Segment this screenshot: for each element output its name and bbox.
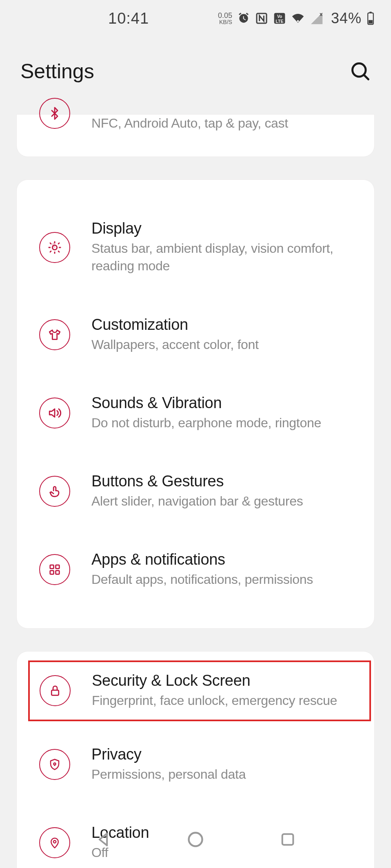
svg-text:Vo: Vo — [277, 14, 282, 19]
status-time: 10:41 — [108, 10, 149, 27]
nav-recents-button[interactable] — [275, 827, 300, 852]
svg-point-25 — [54, 763, 56, 765]
svg-rect-21 — [56, 565, 60, 569]
bluetooth-icon — [39, 98, 70, 129]
square-recents-icon — [280, 831, 296, 848]
setting-row-customization[interactable]: Customization Wallpapers, accent color, … — [17, 296, 374, 374]
navigation-bar — [0, 819, 391, 860]
battery-icon — [367, 11, 375, 25]
status-data-speed-unit: KB/S — [218, 19, 232, 25]
status-data-speed: 0.05 KB/S — [218, 12, 232, 25]
svg-text:LTE: LTE — [275, 19, 283, 24]
search-button[interactable] — [348, 59, 373, 84]
status-bar: 10:41 0.05 KB/S VoLTE x 34% — [0, 0, 391, 37]
svg-line-15 — [50, 243, 51, 244]
setting-row-buttons[interactable]: Buttons & Gestures Alert slider, navigat… — [17, 452, 374, 530]
setting-sub-sounds: Do not disturb, earphone mode, ringtone — [91, 414, 358, 432]
settings-card-connectivity: NFC, Android Auto, tap & pay, cast — [16, 114, 375, 157]
svg-line-16 — [58, 251, 59, 252]
svg-line-9 — [364, 75, 369, 80]
svg-rect-23 — [56, 571, 60, 574]
setting-row-sounds[interactable]: Sounds & Vibration Do not disturb, earph… — [17, 374, 374, 452]
setting-row-apps[interactable]: Apps & notifications Default apps, notif… — [17, 530, 374, 609]
setting-row-security[interactable]: Security & Lock Screen Fingerprint, face… — [28, 660, 371, 721]
svg-rect-7 — [369, 20, 373, 24]
svg-line-17 — [58, 243, 59, 244]
setting-title-buttons: Buttons & Gestures — [91, 473, 358, 490]
page-title: Settings — [20, 60, 94, 83]
setting-sub-privacy: Permissions, personal data — [91, 766, 358, 783]
settings-card-display-group: Display Status bar, ambient display, vis… — [16, 179, 375, 629]
triangle-back-icon — [94, 830, 112, 848]
search-icon — [350, 61, 371, 82]
touch-icon — [39, 476, 70, 507]
setting-sub-security: Fingerprint, face unlock, emergency resc… — [92, 692, 355, 709]
svg-rect-22 — [50, 571, 54, 574]
lock-icon — [40, 675, 71, 706]
settings-list[interactable]: NFC, Android Auto, tap & pay, cast Displ… — [0, 114, 391, 868]
speaker-icon — [39, 398, 70, 428]
setting-sub-display: Status bar, ambient display, vision comf… — [91, 240, 358, 275]
nfc-icon — [255, 12, 268, 25]
svg-rect-29 — [282, 834, 293, 845]
setting-sub-connectivity: NFC, Android Auto, tap & pay, cast — [91, 115, 358, 132]
svg-rect-24 — [51, 690, 59, 696]
setting-title-security: Security & Lock Screen — [92, 672, 355, 689]
nav-home-button[interactable] — [183, 827, 208, 852]
settings-screen: 10:41 0.05 KB/S VoLTE x 34% — [0, 0, 391, 868]
apps-grid-icon — [39, 554, 70, 585]
svg-rect-20 — [50, 565, 54, 569]
setting-sub-apps: Default apps, notifications, permissions — [91, 571, 358, 588]
setting-title-display: Display — [91, 220, 358, 237]
cellular-icon: x — [310, 11, 324, 25]
setting-row-display[interactable]: Display Status bar, ambient display, vis… — [17, 199, 374, 295]
status-data-speed-value: 0.05 — [218, 12, 232, 19]
svg-text:x: x — [320, 11, 322, 17]
setting-title-apps: Apps & notifications — [91, 551, 358, 568]
nav-back-button[interactable] — [91, 827, 116, 852]
wifi-icon — [291, 11, 305, 25]
alarm-icon — [237, 12, 250, 25]
shield-icon — [39, 749, 70, 780]
volte-icon: VoLTE — [273, 12, 286, 25]
status-icons: 0.05 KB/S VoLTE x 34% — [218, 10, 375, 27]
tshirt-icon — [39, 319, 70, 350]
brightness-icon — [39, 232, 70, 263]
circle-home-icon — [187, 830, 204, 848]
svg-marker-19 — [49, 409, 55, 417]
svg-line-18 — [50, 251, 51, 252]
svg-rect-6 — [369, 12, 372, 13]
status-battery-percent: 34% — [331, 10, 362, 27]
setting-title-sounds: Sounds & Vibration — [91, 394, 358, 412]
setting-title-customization: Customization — [91, 316, 358, 334]
setting-row-connectivity[interactable]: NFC, Android Auto, tap & pay, cast — [17, 115, 374, 144]
setting-row-privacy[interactable]: Privacy Permissions, personal data — [17, 725, 374, 804]
setting-sub-customization: Wallpapers, accent color, font — [91, 336, 358, 353]
svg-point-28 — [189, 833, 202, 846]
setting-title-privacy: Privacy — [91, 746, 358, 763]
setting-sub-buttons: Alert slider, navigation bar & gestures — [91, 493, 358, 510]
